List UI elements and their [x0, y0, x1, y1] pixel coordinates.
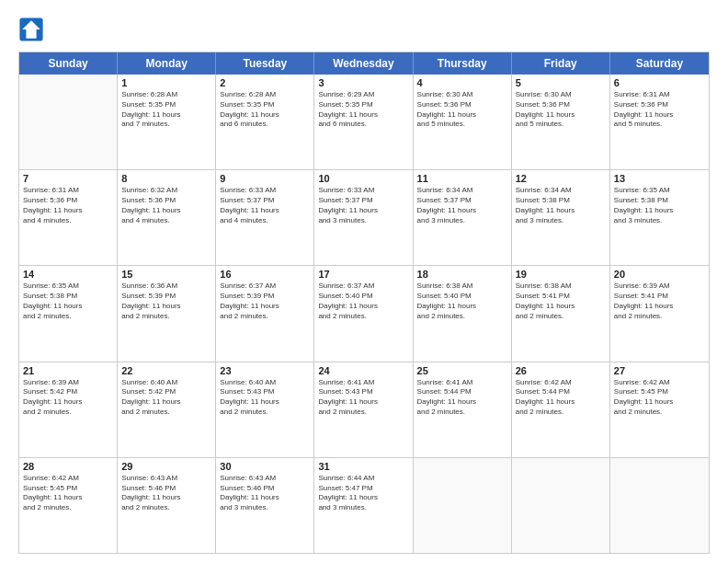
- day-cell-22: 22Sunrise: 6:40 AM Sunset: 5:42 PM Dayli…: [118, 362, 216, 457]
- day-info: Sunrise: 6:37 AM Sunset: 5:40 PM Dayligh…: [318, 282, 408, 321]
- day-info: Sunrise: 6:34 AM Sunset: 5:38 PM Dayligh…: [516, 186, 606, 225]
- day-number: 23: [220, 365, 310, 376]
- day-info: Sunrise: 6:35 AM Sunset: 5:38 PM Dayligh…: [23, 282, 113, 321]
- day-cell-19: 19Sunrise: 6:38 AM Sunset: 5:41 PM Dayli…: [512, 266, 610, 361]
- day-cell-30: 30Sunrise: 6:43 AM Sunset: 5:46 PM Dayli…: [216, 458, 314, 553]
- day-number: 24: [318, 365, 408, 376]
- day-cell-31: 31Sunrise: 6:44 AM Sunset: 5:47 PM Dayli…: [314, 458, 413, 553]
- day-info: Sunrise: 6:39 AM Sunset: 5:41 PM Dayligh…: [614, 282, 705, 321]
- day-cell-23: 23Sunrise: 6:40 AM Sunset: 5:43 PM Dayli…: [216, 362, 314, 457]
- day-cell-4: 4Sunrise: 6:30 AM Sunset: 5:36 PM Daylig…: [414, 75, 512, 169]
- day-info: Sunrise: 6:37 AM Sunset: 5:39 PM Dayligh…: [220, 282, 310, 321]
- day-info: Sunrise: 6:28 AM Sunset: 5:35 PM Dayligh…: [121, 90, 211, 130]
- header: [18, 17, 710, 42]
- day-number: 16: [220, 269, 310, 280]
- day-cell-27: 27Sunrise: 6:42 AM Sunset: 5:45 PM Dayli…: [610, 362, 709, 457]
- day-cell-5: 5Sunrise: 6:30 AM Sunset: 5:36 PM Daylig…: [512, 75, 610, 169]
- day-cell-14: 14Sunrise: 6:35 AM Sunset: 5:38 PM Dayli…: [19, 266, 118, 361]
- day-cell-2: 2Sunrise: 6:28 AM Sunset: 5:35 PM Daylig…: [216, 75, 314, 169]
- day-number: 4: [417, 77, 507, 88]
- day-cell-3: 3Sunrise: 6:29 AM Sunset: 5:35 PM Daylig…: [314, 75, 413, 169]
- header-day-tuesday: Tuesday: [216, 52, 314, 75]
- day-number: 9: [220, 173, 310, 184]
- day-cell-13: 13Sunrise: 6:35 AM Sunset: 5:38 PM Dayli…: [610, 170, 709, 265]
- calendar-row-2: 14Sunrise: 6:35 AM Sunset: 5:38 PM Dayli…: [19, 266, 709, 362]
- day-info: Sunrise: 6:38 AM Sunset: 5:41 PM Dayligh…: [516, 282, 606, 321]
- calendar: SundayMondayTuesdayWednesdayThursdayFrid…: [18, 52, 710, 554]
- day-cell-7: 7Sunrise: 6:31 AM Sunset: 5:36 PM Daylig…: [19, 170, 118, 265]
- day-number: 8: [121, 173, 211, 184]
- day-info: Sunrise: 6:30 AM Sunset: 5:36 PM Dayligh…: [417, 90, 507, 130]
- day-info: Sunrise: 6:44 AM Sunset: 5:47 PM Dayligh…: [318, 474, 408, 513]
- calendar-header: SundayMondayTuesdayWednesdayThursdayFrid…: [19, 52, 709, 75]
- day-info: Sunrise: 6:41 AM Sunset: 5:44 PM Dayligh…: [417, 378, 507, 418]
- day-number: 29: [121, 461, 211, 472]
- day-info: Sunrise: 6:42 AM Sunset: 5:45 PM Dayligh…: [23, 474, 113, 513]
- day-cell-6: 6Sunrise: 6:31 AM Sunset: 5:36 PM Daylig…: [610, 75, 709, 169]
- day-cell-17: 17Sunrise: 6:37 AM Sunset: 5:40 PM Dayli…: [314, 266, 413, 361]
- day-cell-15: 15Sunrise: 6:36 AM Sunset: 5:39 PM Dayli…: [118, 266, 216, 361]
- day-number: 2: [220, 77, 310, 88]
- calendar-row-4: 28Sunrise: 6:42 AM Sunset: 5:45 PM Dayli…: [19, 458, 709, 553]
- day-cell-20: 20Sunrise: 6:39 AM Sunset: 5:41 PM Dayli…: [610, 266, 709, 361]
- day-number: 22: [121, 365, 211, 376]
- calendar-row-3: 21Sunrise: 6:39 AM Sunset: 5:42 PM Dayli…: [19, 362, 709, 458]
- day-cell-28: 28Sunrise: 6:42 AM Sunset: 5:45 PM Dayli…: [19, 458, 118, 553]
- header-day-friday: Friday: [512, 52, 610, 75]
- day-cell-26: 26Sunrise: 6:42 AM Sunset: 5:44 PM Dayli…: [512, 362, 610, 457]
- day-cell-12: 12Sunrise: 6:34 AM Sunset: 5:38 PM Dayli…: [512, 170, 610, 265]
- day-cell-21: 21Sunrise: 6:39 AM Sunset: 5:42 PM Dayli…: [19, 362, 118, 457]
- day-info: Sunrise: 6:43 AM Sunset: 5:46 PM Dayligh…: [121, 474, 211, 513]
- day-info: Sunrise: 6:32 AM Sunset: 5:36 PM Dayligh…: [121, 186, 211, 225]
- day-info: Sunrise: 6:33 AM Sunset: 5:37 PM Dayligh…: [318, 186, 408, 225]
- day-number: 27: [614, 365, 705, 376]
- day-cell-25: 25Sunrise: 6:41 AM Sunset: 5:44 PM Dayli…: [414, 362, 512, 457]
- day-number: 1: [121, 77, 211, 88]
- day-number: 7: [23, 173, 113, 184]
- day-cell-29: 29Sunrise: 6:43 AM Sunset: 5:46 PM Dayli…: [118, 458, 216, 553]
- calendar-body: 1Sunrise: 6:28 AM Sunset: 5:35 PM Daylig…: [19, 75, 709, 553]
- day-cell-16: 16Sunrise: 6:37 AM Sunset: 5:39 PM Dayli…: [216, 266, 314, 361]
- header-day-saturday: Saturday: [610, 52, 709, 75]
- empty-cell: [610, 458, 709, 553]
- day-cell-9: 9Sunrise: 6:33 AM Sunset: 5:37 PM Daylig…: [216, 170, 314, 265]
- day-info: Sunrise: 6:30 AM Sunset: 5:36 PM Dayligh…: [516, 90, 606, 130]
- day-number: 20: [614, 269, 705, 280]
- day-number: 10: [318, 173, 408, 184]
- day-cell-24: 24Sunrise: 6:41 AM Sunset: 5:43 PM Dayli…: [314, 362, 413, 457]
- header-day-thursday: Thursday: [414, 52, 512, 75]
- day-number: 3: [318, 77, 408, 88]
- calendar-row-1: 7Sunrise: 6:31 AM Sunset: 5:36 PM Daylig…: [19, 170, 709, 266]
- day-cell-10: 10Sunrise: 6:33 AM Sunset: 5:37 PM Dayli…: [314, 170, 413, 265]
- day-info: Sunrise: 6:34 AM Sunset: 5:37 PM Dayligh…: [417, 186, 507, 225]
- day-number: 5: [516, 77, 606, 88]
- day-info: Sunrise: 6:29 AM Sunset: 5:35 PM Dayligh…: [318, 90, 408, 130]
- day-cell-18: 18Sunrise: 6:38 AM Sunset: 5:40 PM Dayli…: [414, 266, 512, 361]
- day-info: Sunrise: 6:40 AM Sunset: 5:43 PM Dayligh…: [220, 378, 310, 418]
- day-number: 21: [23, 365, 113, 376]
- day-info: Sunrise: 6:40 AM Sunset: 5:42 PM Dayligh…: [121, 378, 211, 418]
- day-number: 25: [417, 365, 507, 376]
- day-info: Sunrise: 6:42 AM Sunset: 5:44 PM Dayligh…: [516, 378, 606, 418]
- logo: [18, 17, 48, 42]
- day-number: 18: [417, 269, 507, 280]
- day-number: 19: [516, 269, 606, 280]
- logo-icon: [18, 17, 44, 42]
- day-info: Sunrise: 6:31 AM Sunset: 5:36 PM Dayligh…: [614, 90, 705, 130]
- empty-cell: [19, 75, 118, 169]
- calendar-row-0: 1Sunrise: 6:28 AM Sunset: 5:35 PM Daylig…: [19, 75, 709, 170]
- day-number: 30: [220, 461, 310, 472]
- day-info: Sunrise: 6:42 AM Sunset: 5:45 PM Dayligh…: [614, 378, 705, 418]
- empty-cell: [414, 458, 512, 553]
- day-info: Sunrise: 6:36 AM Sunset: 5:39 PM Dayligh…: [121, 282, 211, 321]
- empty-cell: [512, 458, 610, 553]
- page: SundayMondayTuesdayWednesdayThursdayFrid…: [0, 0, 728, 563]
- day-info: Sunrise: 6:31 AM Sunset: 5:36 PM Dayligh…: [23, 186, 113, 225]
- day-cell-1: 1Sunrise: 6:28 AM Sunset: 5:35 PM Daylig…: [118, 75, 216, 169]
- day-info: Sunrise: 6:35 AM Sunset: 5:38 PM Dayligh…: [614, 186, 705, 225]
- day-number: 6: [614, 77, 705, 88]
- header-day-sunday: Sunday: [19, 52, 118, 75]
- day-number: 31: [318, 461, 408, 472]
- day-info: Sunrise: 6:33 AM Sunset: 5:37 PM Dayligh…: [220, 186, 310, 225]
- day-number: 26: [516, 365, 606, 376]
